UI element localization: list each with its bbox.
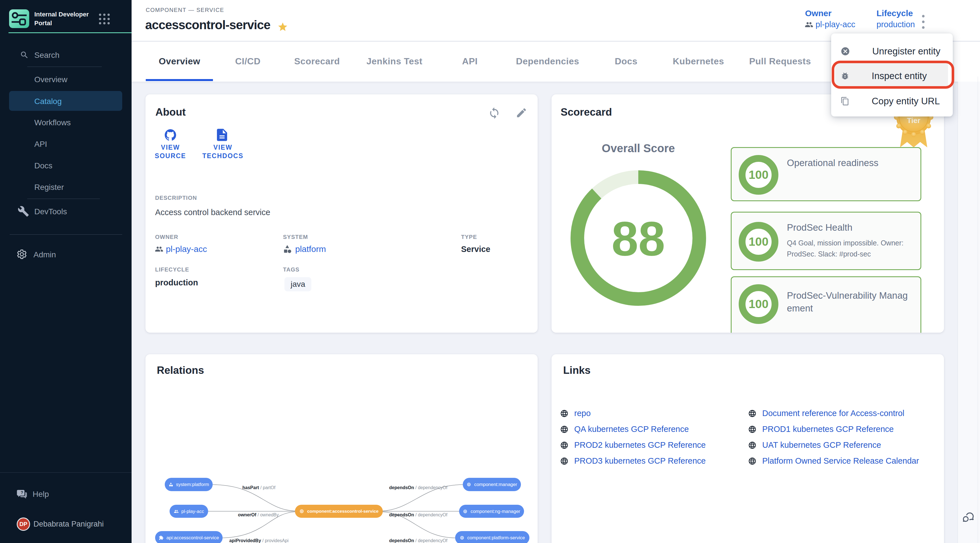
svg-text:?: ? [21, 490, 23, 495]
svg-text:88: 88 [611, 212, 665, 265]
svg-text:Tier: Tier [907, 116, 920, 125]
